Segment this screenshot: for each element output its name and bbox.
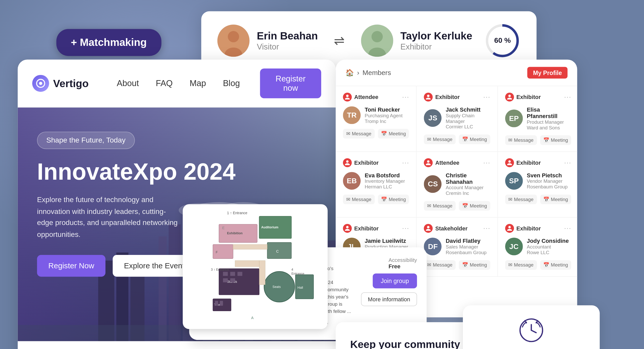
meeting-btn-0[interactable]: 📅 Meeting [378,129,409,139]
breadcrumb-home-icon: 🏠 [345,69,354,77]
match-person1: Erin Beahan Visitor [217,24,318,57]
meeting-btn-5[interactable]: 📅 Meeting [540,195,571,204]
register-now-hero-button[interactable]: Register Now [37,255,106,277]
message-btn-2[interactable]: ✉ Message [505,135,537,145]
member-cell-4: Attendee ⋯ CS Christie ShanahanAccount M… [417,152,498,218]
match-pct-text: 60 % [494,36,511,45]
svg-text:3 ↑ Entrance: 3 ↑ Entrance [211,268,229,271]
svg-rect-48 [230,272,235,276]
svg-rect-58 [215,301,218,306]
message-btn-4[interactable]: ✉ Message [424,201,456,211]
event-website-card: Vertigo About FAQ Map Blog Register now [18,60,336,349]
match-avatar1 [217,24,250,57]
join-group-button[interactable]: Join group [373,273,417,288]
svg-text:Exhibition: Exhibition [227,231,242,235]
member-menu-8[interactable]: ⋯ [564,224,571,233]
speed-dating-card: Speed Dating session Participants of the… [463,305,600,349]
members-breadcrumb: 🏠 › Members My Profile [336,60,577,86]
hero-badge: Shape the Future, Today [37,132,135,149]
svg-rect-64 [259,261,265,285]
event-hero: Shape the Future, Today InnovateXpo 2024… [18,107,336,341]
match-percentage: 60 % [484,23,521,59]
my-profile-badge: My Profile [527,67,567,78]
logo-text: Vertigo [53,77,89,89]
svg-rect-42 [267,243,292,259]
match-name1: Erin Beahan [257,30,318,42]
group-actions: Accessibility Free Join group More infor… [361,257,417,330]
message-btn-1[interactable]: ✉ Message [424,135,456,144]
member-menu-0[interactable]: ⋯ [402,93,409,101]
floorplan-inset: 1 ↑ Entrance Auditorium D Exhibition E F [183,204,328,329]
match-arrow-icon: ⇌ [330,33,349,48]
match-person2: Taylor Kerluke Exhibitor [361,24,472,57]
message-btn-8[interactable]: ✉ Message [505,260,537,270]
svg-rect-51 [230,278,235,282]
speed-dating-icon [519,317,544,343]
svg-text:Hall: Hall [298,286,303,289]
event-nav-links: About FAQ Map Blog [117,79,240,88]
member-cell-0: Attendee ⋯ TR Toni RueckerPurchasing Age… [336,86,417,152]
match-role1: Visitor [257,42,318,52]
breadcrumb-members: Members [362,69,391,77]
hero-subtitle: Explore the future of technology and inn… [37,194,182,240]
meeting-btn-2[interactable]: 📅 Meeting [540,135,571,145]
member-menu-2[interactable]: ⋯ [564,93,571,101]
meeting-btn-8[interactable]: 📅 Meeting [540,260,571,270]
svg-rect-44 [233,244,267,249]
svg-rect-65 [235,261,259,267]
logo-icon [32,75,49,92]
member-menu-5[interactable]: ⋯ [564,158,571,167]
meeting-btn-3[interactable]: 📅 Meeting [378,195,409,204]
svg-text:E: E [222,226,225,230]
message-btn-5[interactable]: ✉ Message [505,195,537,204]
meeting-btn-1[interactable]: 📅 Meeting [459,135,490,144]
event-logo: Vertigo [32,75,89,92]
svg-rect-47 [223,272,228,276]
more-info-button[interactable]: More information [361,292,417,306]
svg-text:C: C [276,249,279,253]
nav-about[interactable]: About [117,79,139,88]
svg-text:Entrance: Entrance [291,272,304,276]
member-menu-6[interactable]: ⋯ [402,224,409,233]
event-nav: Vertigo About FAQ Map Blog Register now [18,60,336,107]
svg-text:D: D [285,219,288,223]
member-cell-3: Exhibitor ⋯ EB Eva BotsfordInventory Man… [336,152,417,218]
member-menu-1[interactable]: ⋯ [483,93,490,101]
member-menu-4[interactable]: ⋯ [483,158,490,167]
matchmaking-button[interactable]: + Matchmaking [56,29,161,56]
svg-text:F: F [216,251,218,254]
member-cell-1: Exhibitor ⋯ JS Jack SchmittSupply Chain … [417,86,498,152]
hero-title: InnovateXpo 2024 [37,159,236,185]
member-cell-2: Exhibitor ⋯ EP Elisa PfannerstillProduct… [498,86,577,152]
member-cell-8: Exhibitor ⋯ JC Jody ConsidineAccountantR… [498,218,577,277]
register-now-button[interactable]: Register now [260,69,321,98]
nav-map[interactable]: Map [190,79,206,88]
accessibility-value: Free [388,263,417,269]
svg-rect-59 [220,301,223,306]
match-role2: Exhibitor [400,42,472,52]
svg-text:Seats: Seats [273,285,281,289]
svg-text:A: A [251,316,254,320]
svg-rect-49 [238,272,242,276]
svg-text:Auditorium: Auditorium [261,226,278,229]
nav-blog[interactable]: Blog [223,79,240,88]
match-avatar2 [361,24,393,57]
svg-point-9 [39,82,43,85]
message-btn-7[interactable]: ✉ Message [424,260,456,270]
member-cell-5: Exhibitor ⋯ SP Sven PietschVendor Manage… [498,152,577,218]
svg-text:4: 4 [291,268,293,271]
member-menu-3[interactable]: ⋯ [402,158,409,167]
svg-point-4 [371,31,383,42]
message-btn-3[interactable]: ✉ Message [343,195,375,204]
member-cell-7: Stakeholder ⋯ DF David FlatleySales Mana… [417,218,498,277]
svg-rect-50 [223,278,228,282]
meeting-btn-4[interactable]: 📅 Meeting [459,201,490,211]
svg-point-1 [228,31,239,42]
meeting-btn-7[interactable]: 📅 Meeting [459,260,490,270]
member-menu-7[interactable]: ⋯ [483,224,490,233]
nav-faq[interactable]: FAQ [156,79,173,88]
match-name2: Taylor Kerluke [400,30,472,42]
message-btn-0[interactable]: ✉ Message [343,129,375,139]
svg-text:1 ↑ Entrance: 1 ↑ Entrance [227,211,247,215]
accessibility-label: Accessibility [388,257,417,263]
